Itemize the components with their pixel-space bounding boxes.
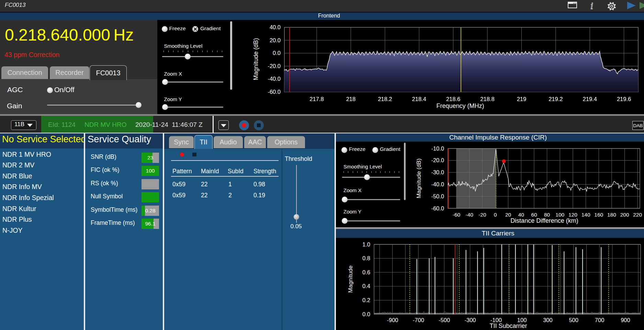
svg-text:140: 140 [581, 212, 590, 218]
svg-text:218.6: 218.6 [446, 96, 460, 102]
svg-text:-30.0: -30.0 [431, 169, 444, 175]
svg-text:40.0: 40.0 [270, 24, 281, 30]
svg-text:-300: -300 [464, 317, 476, 323]
svg-text:700: 700 [595, 317, 605, 323]
svg-text:220: 220 [633, 212, 642, 218]
svg-text:-10.0: -10.0 [431, 145, 444, 152]
svg-text:218: 218 [346, 96, 356, 102]
svg-text:0.4: 0.4 [362, 283, 370, 289]
svg-text:-20: -20 [478, 212, 486, 218]
svg-text:-40.0: -40.0 [431, 181, 444, 187]
svg-text:-500: -500 [439, 317, 450, 323]
svg-text:900: 900 [621, 317, 630, 323]
svg-text:218.4: 218.4 [412, 96, 426, 102]
svg-text:0.0: 0.0 [362, 311, 370, 317]
svg-text:-60.0: -60.0 [431, 205, 444, 211]
svg-text:219: 219 [517, 96, 527, 102]
svg-text:0.8: 0.8 [362, 255, 370, 261]
svg-text:219.4: 219.4 [583, 96, 597, 102]
svg-text:219.6: 219.6 [617, 96, 631, 102]
svg-text:20: 20 [505, 212, 511, 218]
svg-text:120: 120 [568, 212, 577, 218]
svg-text:1.0: 1.0 [362, 241, 370, 248]
svg-text:40: 40 [518, 212, 524, 218]
svg-text:218.2: 218.2 [378, 96, 392, 102]
svg-text:-40: -40 [465, 212, 473, 218]
svg-text:0: 0 [494, 212, 497, 218]
svg-text:Magnitude (dB): Magnitude (dB) [252, 38, 259, 80]
svg-text:20.0: 20.0 [270, 37, 281, 43]
svg-text:218.8: 218.8 [480, 96, 494, 102]
svg-text:0.0: 0.0 [273, 50, 281, 56]
svg-text:160: 160 [594, 212, 603, 218]
svg-text:-60.0: -60.0 [268, 89, 281, 95]
svg-text:-20.0: -20.0 [268, 63, 281, 69]
svg-text:-20.0: -20.0 [431, 157, 444, 163]
svg-text:TII Subcarrier: TII Subcarrier [489, 322, 527, 329]
svg-text:219.2: 219.2 [549, 96, 563, 102]
svg-text:217.8: 217.8 [309, 96, 324, 102]
svg-text:Frequency (MHz): Frequency (MHz) [436, 102, 484, 109]
svg-text:300: 300 [543, 317, 553, 323]
svg-text:Magnitude (dB): Magnitude (dB) [416, 158, 422, 198]
svg-text:0.2: 0.2 [362, 297, 370, 303]
svg-text:500: 500 [569, 317, 578, 323]
svg-text:-700: -700 [413, 317, 424, 323]
svg-text:Magnitude: Magnitude [347, 265, 354, 293]
svg-text:200: 200 [620, 212, 629, 218]
svg-text:-40.0: -40.0 [268, 76, 281, 82]
svg-text:i: i [590, 1, 593, 10]
svg-text:-60: -60 [453, 212, 461, 218]
svg-text:180: 180 [607, 212, 616, 218]
svg-text:-900: -900 [387, 317, 398, 323]
svg-text:100: 100 [555, 212, 564, 218]
svg-text:0.6: 0.6 [362, 269, 370, 275]
svg-text:60: 60 [531, 212, 537, 218]
svg-text:-50.0: -50.0 [431, 193, 444, 199]
svg-text:Distance Difference (km): Distance Difference (km) [510, 217, 578, 224]
svg-text:80: 80 [544, 212, 550, 218]
